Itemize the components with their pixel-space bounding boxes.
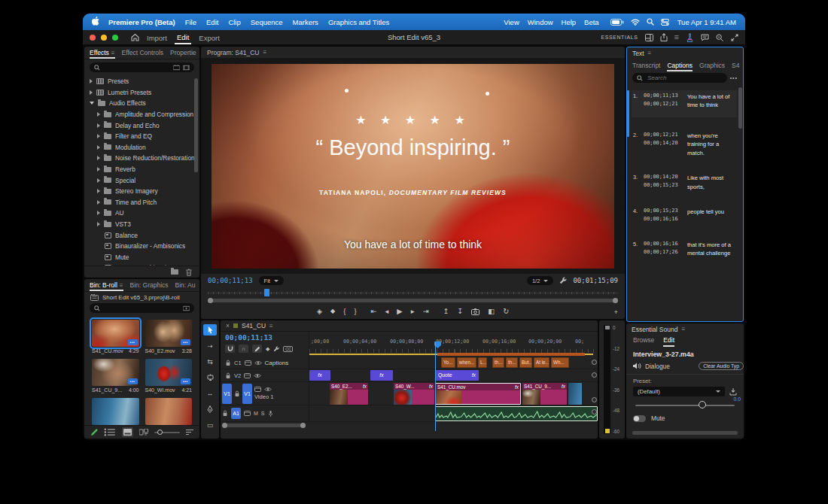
scrubber-playhead[interactable] <box>264 289 269 296</box>
tab-export[interactable]: Export <box>196 31 221 44</box>
sequence-tab-label[interactable]: S41_CU <box>242 322 266 329</box>
menu-app-name[interactable]: Premiere Pro (Beta) <box>108 18 175 26</box>
tab-properties[interactable]: Propertie <box>170 47 196 59</box>
tree-item[interactable]: Reverb <box>84 164 199 175</box>
menu-clip[interactable]: Clip <box>228 18 240 26</box>
panel-menu-icon[interactable]: ≡ <box>263 49 266 56</box>
captions-track-content[interactable]: Yo... when... L... th... th... But... At… <box>309 357 598 369</box>
program-video-frame[interactable]: ★ ★ ★ ★ ★ “ Beyond inspiring. ” TATIANA … <box>212 64 614 269</box>
step-back-icon[interactable]: ◂ <box>385 308 389 315</box>
solo-track-button[interactable]: S <box>261 411 265 416</box>
menu-window[interactable]: Window <box>528 18 553 26</box>
fullscreen-icon[interactable] <box>731 34 738 41</box>
comparison-view-icon[interactable]: ◧ <box>488 308 495 315</box>
bin-breadcrumb[interactable]: Short Edit v65_3.prproj\B-roll <box>102 294 180 301</box>
fit-dropdown[interactable]: Fit <box>259 276 284 285</box>
captions-visibility-icon[interactable]: CC <box>283 346 293 352</box>
chevron-right-icon[interactable] <box>97 167 100 172</box>
search-icon[interactable] <box>647 18 654 26</box>
tree-item[interactable]: Presets <box>84 76 199 87</box>
caption-clip[interactable]: Yo... <box>441 357 455 368</box>
tree-item[interactable]: Lumetri Presets <box>84 87 199 99</box>
close-window-button[interactable] <box>90 35 96 41</box>
tree-item[interactable]: Balance <box>84 229 199 241</box>
menu-edit[interactable]: Edit <box>206 18 218 26</box>
chevron-right-icon[interactable] <box>97 200 100 205</box>
mark-in-icon[interactable]: { <box>343 308 346 315</box>
thumbnail-size-slider[interactable] <box>154 432 180 433</box>
feedback-icon[interactable] <box>701 34 709 41</box>
slip-tool[interactable]: ↔ <box>203 387 217 399</box>
loudness-slider[interactable] <box>635 400 735 411</box>
edit-pencil-icon[interactable] <box>90 429 98 436</box>
freeform-view-icon[interactable] <box>139 429 148 436</box>
lift-icon[interactable]: ↥ <box>443 308 449 315</box>
timeline-h-scrollbar[interactable] <box>224 424 303 427</box>
minimize-window-button[interactable] <box>101 35 107 41</box>
tab-transcript[interactable]: Transcript <box>632 59 660 71</box>
bin-item[interactable] <box>145 398 193 425</box>
caption-clip[interactable]: But... <box>519 357 532 368</box>
graphic-clip[interactable]: fx <box>370 370 393 381</box>
settings-wrench-icon[interactable] <box>559 277 567 284</box>
mark-out-icon[interactable]: } <box>354 308 356 315</box>
caption-text[interactable]: Like with most sports, <box>681 174 735 191</box>
panel-menu-icon[interactable]: ≡ <box>120 282 123 289</box>
audio-meters-panel[interactable]: 0 -12 -24 -36 -48 -60 <box>599 320 625 439</box>
more-options-icon[interactable]: ••• <box>730 75 738 80</box>
effects-search-input[interactable] <box>103 63 169 71</box>
tree-item[interactable]: VST3 <box>84 219 199 230</box>
graphic-clip[interactable]: Quotefx <box>435 370 479 381</box>
button-editor-icon[interactable]: + <box>613 308 618 316</box>
program-scrubber[interactable] <box>201 287 625 297</box>
zoom-handle-right[interactable] <box>300 423 306 428</box>
tab-effects[interactable]: Effects≡ <box>90 47 115 59</box>
bin-search[interactable] <box>90 303 194 313</box>
lock-icon[interactable] <box>234 390 240 397</box>
eye-icon[interactable] <box>264 387 272 392</box>
chevron-down-icon[interactable] <box>90 102 94 105</box>
list-view-icon[interactable] <box>104 427 116 437</box>
track-target-a1[interactable]: A1 <box>231 408 241 419</box>
effects-scrollbar[interactable] <box>194 78 198 172</box>
caption-clip[interactable]: Wh... <box>551 357 569 368</box>
track-id[interactable]: V2 <box>234 372 241 379</box>
caption-text[interactable]: when you're training for a match. <box>681 132 735 157</box>
slider-knob[interactable] <box>157 430 163 435</box>
tree-item[interactable]: Time and Pitch <box>84 197 199 208</box>
track-scroll-handle[interactable] <box>592 372 597 378</box>
caption-row[interactable]: 5. 00;00;16;1600;00;17;26 that it's more… <box>632 238 737 266</box>
sync-lock-icon[interactable] <box>244 411 251 416</box>
tab-browse[interactable]: Browse <box>633 336 654 347</box>
tab-import[interactable]: Import <box>145 31 169 44</box>
tree-item[interactable]: Stereo Imagery <box>84 186 199 197</box>
track-scroll-handle[interactable] <box>592 397 597 402</box>
snap-icon[interactable] <box>225 345 235 353</box>
graphic-clip[interactable]: fx <box>309 370 330 381</box>
caption-clip[interactable]: L... <box>478 357 487 368</box>
save-preset-icon[interactable] <box>729 388 737 396</box>
zoom-window-button[interactable] <box>112 35 118 41</box>
slider-knob[interactable] <box>699 401 706 408</box>
tab-effect-controls[interactable]: Effect Controls <box>122 47 164 59</box>
lock-icon[interactable] <box>225 372 231 379</box>
preset-dropdown[interactable]: (Default) <box>633 387 725 396</box>
caption-row-selected[interactable]: 1. 00;00;11;1300;00;12;21 You have a lot… <box>632 90 737 117</box>
sequence-marker-icon[interactable]: ◆ <box>266 346 269 352</box>
new-bin-icon[interactable] <box>171 269 178 275</box>
caption-clip[interactable]: At le... <box>534 357 549 368</box>
ai-flask-icon[interactable] <box>686 33 694 42</box>
panel-menu-icon[interactable]: ≡ <box>269 323 273 329</box>
menu-graphics-titles[interactable]: Graphics and Titles <box>328 18 389 26</box>
stacked-panels-icon[interactable]: ≡ <box>674 33 679 41</box>
panel-menu-icon[interactable]: ≡ <box>648 50 652 56</box>
filter-video-icon[interactable] <box>183 65 190 71</box>
tab-graphics[interactable]: Graphics <box>699 59 725 71</box>
apple-menu[interactable] <box>92 17 100 27</box>
chevron-right-icon[interactable] <box>97 112 100 117</box>
go-to-out-icon[interactable]: ⇥ <box>422 308 428 315</box>
playback-resolution-dropdown[interactable]: 1/2 <box>527 276 553 285</box>
chevron-right-icon[interactable] <box>90 90 93 95</box>
play-icon[interactable]: ▶ <box>397 308 402 315</box>
export-frame-icon[interactable] <box>471 308 479 315</box>
